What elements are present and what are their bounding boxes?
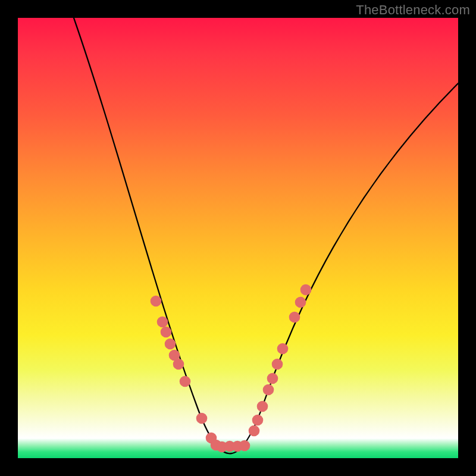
plot-area	[18, 18, 458, 458]
data-marker	[161, 327, 172, 338]
data-marker	[157, 317, 168, 328]
chart-stage: TheBottleneck.com	[0, 0, 476, 476]
data-marker	[252, 415, 264, 426]
chart-svg	[18, 18, 458, 458]
data-marker	[173, 359, 184, 370]
data-marker	[180, 376, 191, 387]
marker-layer	[151, 284, 312, 453]
data-marker	[267, 373, 278, 384]
data-marker	[151, 296, 162, 307]
data-marker	[272, 359, 283, 370]
data-marker	[277, 343, 289, 355]
data-marker	[289, 312, 300, 323]
data-marker	[263, 384, 274, 396]
data-marker	[196, 413, 208, 424]
data-marker	[165, 339, 176, 350]
data-marker	[239, 440, 250, 452]
data-marker	[300, 284, 312, 296]
data-marker	[295, 297, 306, 308]
data-marker	[257, 401, 268, 412]
watermark-text: TheBottleneck.com	[356, 2, 470, 18]
data-marker	[249, 425, 260, 437]
